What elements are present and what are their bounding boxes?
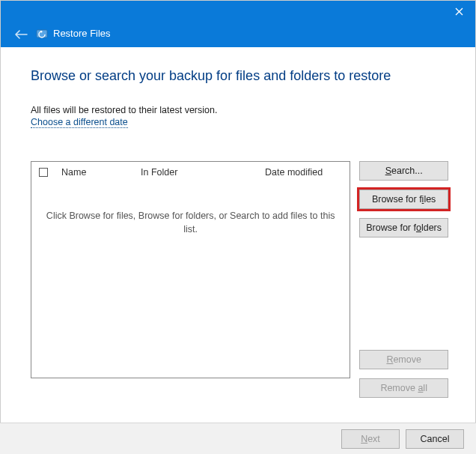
column-in-folder[interactable]: In Folder <box>135 167 259 178</box>
choose-date-link[interactable]: Choose a different date <box>31 117 128 128</box>
browse-folders-button[interactable]: Browse for folders <box>359 218 448 237</box>
footer-bar: Next Cancel <box>0 423 476 454</box>
back-arrow-icon[interactable] <box>14 29 28 43</box>
column-date-modified[interactable]: Date modified <box>259 167 350 178</box>
window-title: Restore Files <box>53 28 111 39</box>
search-button[interactable]: Search... <box>359 161 448 181</box>
side-button-column: Search... Browse for files Browse for fo… <box>359 161 448 398</box>
content-area: Browse or search your backup for files a… <box>1 47 475 422</box>
select-all-checkbox[interactable] <box>31 168 55 177</box>
page-heading: Browse or search your backup for files a… <box>31 68 448 84</box>
next-button: Next <box>341 429 400 449</box>
file-list-table: Name In Folder Date modified Click Brows… <box>31 161 350 378</box>
browse-files-button[interactable]: Browse for files <box>359 190 448 209</box>
cancel-button[interactable]: Cancel <box>406 429 464 449</box>
restore-icon <box>35 26 49 40</box>
close-button[interactable] <box>444 2 474 20</box>
titlebar: Restore Files <box>1 1 475 47</box>
remove-all-button: Remove all <box>359 378 448 398</box>
table-header: Name In Folder Date modified <box>31 162 350 183</box>
column-name[interactable]: Name <box>55 167 135 178</box>
info-text: All files will be restored to their late… <box>31 105 448 115</box>
empty-list-message: Click Browse for files, Browse for folde… <box>31 183 350 236</box>
remove-button: Remove <box>359 350 448 369</box>
